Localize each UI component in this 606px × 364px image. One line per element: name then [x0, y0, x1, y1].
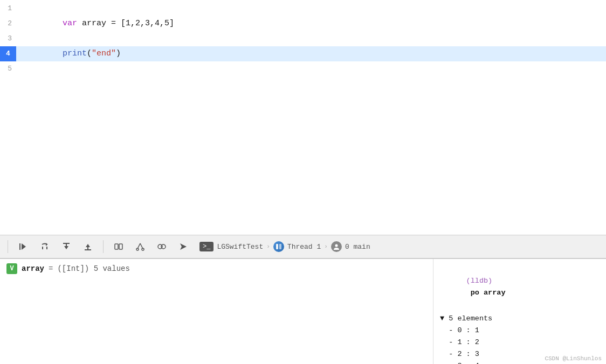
breadcrumb: >_ LGSwiftTest › Thread 1 › 0 main — [199, 241, 370, 252]
step-over-button[interactable] — [35, 238, 54, 255]
record-button[interactable] — [152, 238, 171, 255]
string-end: "end" — [92, 49, 116, 58]
chevron-1: › — [266, 243, 270, 250]
svg-point-18 — [161, 244, 166, 249]
var-badge: V — [6, 263, 17, 274]
keyword-print: print — [63, 49, 87, 58]
debug-toolbar: >_ LGSwiftTest › Thread 1 › 0 main — [0, 235, 606, 258]
cut-button[interactable] — [130, 238, 150, 255]
code-line-2: 2 var array = [1,2,3,4,5] — [0, 16, 606, 31]
continue-button[interactable] — [13, 238, 33, 255]
line-number-3: 3 — [0, 31, 16, 46]
svg-marker-1 — [22, 243, 26, 250]
thread-icon — [273, 241, 284, 252]
thread-label: Thread 1 — [287, 243, 321, 251]
separator-1 — [8, 240, 8, 253]
svg-marker-2 — [46, 243, 47, 246]
svg-marker-6 — [64, 246, 68, 249]
code-line-4: 4 print("end") — [0, 46, 606, 61]
lldb-command: (lldb) po array — [440, 263, 600, 311]
project-name: LGSwiftTest — [217, 243, 263, 251]
send-button[interactable] — [174, 238, 193, 255]
lldb-output-header: ▼ 5 elements — [440, 313, 600, 325]
line-number-2: 2 — [0, 16, 16, 31]
watermark: CSDN @LinShunlos — [545, 355, 602, 362]
var-type: ([Int]) 5 values — [57, 264, 129, 273]
main-label: 0 main — [345, 243, 370, 251]
var-equals: = — [49, 264, 53, 273]
svg-rect-0 — [19, 243, 20, 250]
step-out-button[interactable] — [78, 238, 98, 255]
svg-point-22 — [335, 244, 338, 247]
line-number-4: 4 — [0, 46, 16, 61]
terminal-icon: >_ — [199, 242, 214, 251]
lldb-item-0: - 0 : 1 — [440, 325, 600, 337]
chevron-2: › — [324, 243, 328, 250]
svg-rect-11 — [115, 244, 118, 249]
line-number-5: 5 — [0, 61, 16, 76]
separator-2 — [103, 240, 104, 253]
svg-rect-12 — [119, 244, 122, 249]
step-into-button[interactable] — [57, 238, 76, 255]
variables-panel: V array = ([Int]) 5 values — [0, 259, 433, 364]
svg-point-15 — [136, 248, 139, 250]
code-lines: 1 2 var array = [1,2,3,4,5] 3 4 print("e… — [0, 0, 606, 76]
code-line-5: 5 — [0, 61, 606, 76]
svg-marker-9 — [86, 244, 90, 247]
person-icon — [331, 241, 342, 252]
lldb-item-1: - 1 : 2 — [440, 337, 600, 348]
svg-rect-20 — [276, 244, 278, 249]
var-name: array — [22, 264, 44, 273]
line-number-1: 1 — [0, 1, 16, 16]
svg-marker-19 — [180, 243, 187, 250]
breakpoints-button[interactable] — [109, 238, 128, 255]
lldb-panel: (lldb) po array ▼ 5 elements - 0 : 1 - 1… — [433, 259, 606, 364]
variable-row-array: V array = ([Int]) 5 values — [6, 263, 426, 274]
svg-point-16 — [142, 248, 144, 250]
code-editor[interactable]: 1 2 var array = [1,2,3,4,5] 3 4 print("e… — [0, 0, 606, 235]
bottom-panel: V array = ([Int]) 5 values (lldb) po arr… — [0, 258, 606, 364]
svg-rect-21 — [279, 244, 281, 249]
keyword-var: var — [63, 19, 77, 28]
